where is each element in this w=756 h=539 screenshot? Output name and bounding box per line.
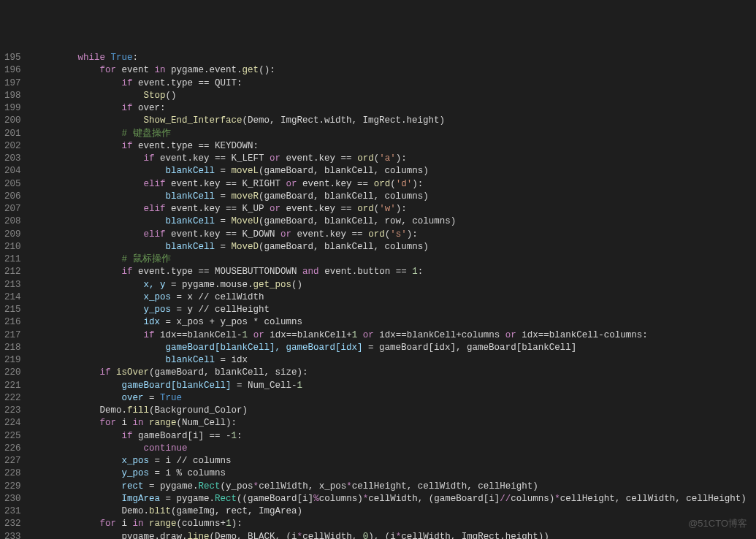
line-number: 203 [4,153,21,165]
code-line[interactable]: while True: [34,52,756,64]
code-line[interactable]: if over: [34,102,756,115]
code-line[interactable]: pygame.draw.line(Demo, BLACK, (i*cellWid… [34,531,756,540]
line-number: 195 [4,52,21,64]
code-area[interactable]: while True: for event in pygame.event.ge… [31,50,756,539]
code-line[interactable]: blankCell = idx [34,354,756,367]
line-number: 231 [4,505,21,518]
code-line[interactable]: rect = pygame.Rect(y_pos*cellWidth, x_po… [34,481,756,493]
line-number: 217 [4,329,21,342]
code-line[interactable]: y_pos = y // cellHeight [34,304,756,316]
line-number: 232 [4,518,21,530]
code-line[interactable]: for event in pygame.event.get(): [34,64,756,77]
line-number: 218 [4,342,21,354]
line-number: 199 [4,102,21,115]
code-line[interactable]: continue [34,443,756,455]
line-number: 215 [4,304,21,316]
line-number: 230 [4,493,21,505]
code-line[interactable]: blankCell = moveL(gameBoard, blankCell, … [34,165,756,177]
code-line[interactable]: elif event.key == K_DOWN or event.key ==… [34,229,756,241]
code-line[interactable]: gameBoard[blankCell], gameBoard[idx] = g… [34,342,756,354]
line-number: 209 [4,229,21,241]
code-line[interactable]: gameBoard[blankCell] = Num_Cell-1 [34,380,756,392]
code-editor[interactable]: 1951961971981992002012022032042052062072… [0,50,756,539]
code-line[interactable]: x_pos = x // cellWidth [34,291,756,304]
line-number: 212 [4,266,21,278]
code-line[interactable]: elif event.key == K_RIGHT or event.key =… [34,178,756,191]
code-line[interactable]: x_pos = i // columns [34,455,756,467]
line-number: 214 [4,291,21,304]
code-line[interactable]: if event.type == KEYDOWN: [34,140,756,153]
line-number: 197 [4,77,21,90]
code-line[interactable]: Demo.fill(Background_Color) [34,405,756,417]
code-line[interactable]: blankCell = moveR(gameBoard, blankCell, … [34,191,756,203]
line-number: 226 [4,443,21,455]
code-line[interactable]: x, y = pygame.mouse.get_pos() [34,279,756,291]
code-line[interactable]: Show_End_Interface(Demo, ImgRect.width, … [34,115,756,127]
line-number: 228 [4,467,21,480]
line-number: 206 [4,191,21,203]
line-number: 198 [4,90,21,102]
line-number-gutter: 1951961971981992002012022032042052062072… [0,50,31,539]
line-number: 221 [4,380,21,392]
code-line[interactable]: Stop() [34,90,756,102]
code-line[interactable]: if event.type == MOUSEBUTTONDOWN and eve… [34,266,756,278]
code-line[interactable]: for i in range(Num_Cell): [34,417,756,429]
line-number: 224 [4,417,21,429]
line-number: 227 [4,455,21,467]
line-number: 211 [4,253,21,266]
line-number: 208 [4,215,21,228]
code-line[interactable]: ImgArea = pygame.Rect((gameBoard[i]%colu… [34,493,756,505]
code-line[interactable]: y_pos = i % columns [34,467,756,480]
line-number: 216 [4,316,21,329]
line-number: 223 [4,405,21,417]
code-line[interactable]: blankCell = MoveD(gameBoard, blankCell, … [34,241,756,253]
watermark: @51CTO博客 [688,517,747,530]
line-number: 233 [4,531,21,540]
code-line[interactable]: # 键盘操作 [34,128,756,140]
code-line[interactable]: elif event.key == K_UP or event.key == o… [34,203,756,215]
line-number: 225 [4,430,21,443]
line-number: 210 [4,241,21,253]
line-number: 219 [4,354,21,367]
line-number: 201 [4,128,21,140]
code-line[interactable]: over = True [34,392,756,405]
line-number: 196 [4,64,21,77]
line-number: 222 [4,392,21,405]
line-number: 229 [4,481,21,493]
line-number: 202 [4,140,21,153]
line-number: 207 [4,203,21,215]
line-number: 204 [4,165,21,177]
line-number: 213 [4,279,21,291]
code-line[interactable]: if event.key == K_LEFT or event.key == o… [34,153,756,165]
code-line[interactable]: Demo.blit(gameImg, rect, ImgArea) [34,505,756,518]
line-number: 205 [4,178,21,191]
code-line[interactable]: # 鼠标操作 [34,253,756,266]
line-number: 200 [4,115,21,127]
code-line[interactable]: if isOver(gameBoard, blankCell, size): [34,367,756,379]
code-line[interactable]: idx = x_pos + y_pos * columns [34,316,756,329]
line-number: 220 [4,367,21,379]
code-line[interactable]: if event.type == QUIT: [34,77,756,90]
code-line[interactable]: for i in range(columns+1): [34,518,756,530]
code-line[interactable]: blankCell = MoveU(gameBoard, blankCell, … [34,215,756,228]
code-line[interactable]: if gameBoard[i] == -1: [34,430,756,443]
code-line[interactable]: if idx==blankCell-1 or idx==blankCell+1 … [34,329,756,342]
